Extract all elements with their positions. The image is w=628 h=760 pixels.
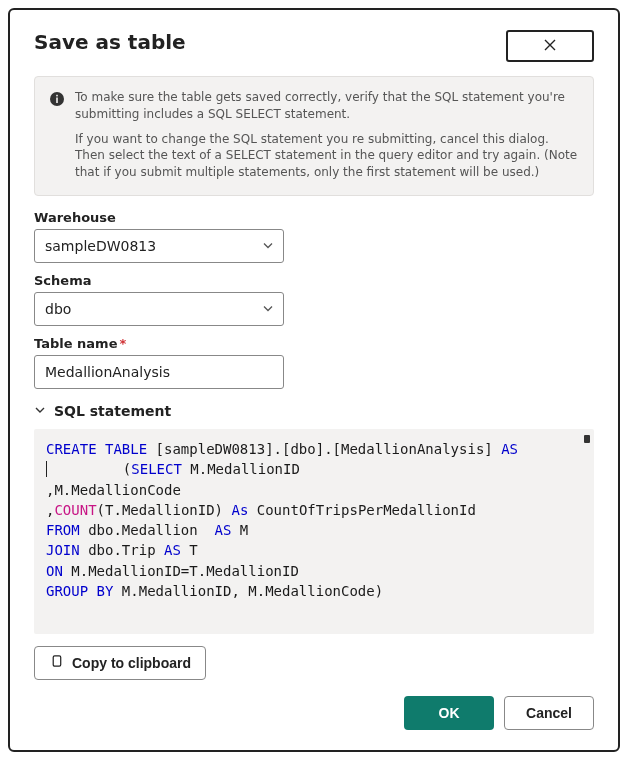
dialog-footer: OK Cancel [34,696,594,730]
sql-kw-create: CREATE TABLE [46,441,147,457]
svg-rect-3 [53,656,61,666]
scrollbar-indicator [584,435,590,443]
sql-statement-box[interactable]: CREATE TABLE [sampleDW0813].[dbo].[Medal… [34,429,594,634]
info-line-2: If you want to change the SQL statement … [75,131,579,181]
close-button[interactable] [506,30,594,62]
tablename-field: Table name* [34,336,594,389]
warehouse-label: Warehouse [34,210,594,225]
copy-to-clipboard-button[interactable]: Copy to clipboard [34,646,206,680]
info-text: To make sure the table gets saved correc… [75,89,579,181]
sql-section-label: SQL statement [54,403,171,419]
save-as-table-dialog: Save as table To make sure the table get… [8,8,620,752]
schema-field: Schema dbo [34,273,594,326]
dialog-header: Save as table [34,30,594,62]
ok-button[interactable]: OK [404,696,494,730]
svg-rect-1 [56,98,58,104]
info-box: To make sure the table gets saved correc… [34,76,594,196]
chevron-down-icon [34,403,46,419]
copy-label: Copy to clipboard [72,655,191,671]
required-asterisk: * [119,336,126,351]
schema-label: Schema [34,273,594,288]
warehouse-value: sampleDW0813 [45,238,156,254]
tablename-label: Table name* [34,336,594,351]
tablename-input[interactable] [34,355,284,389]
info-line-1: To make sure the table gets saved correc… [75,89,579,123]
dialog-title: Save as table [34,30,186,54]
cancel-button[interactable]: Cancel [504,696,594,730]
warehouse-field: Warehouse sampleDW0813 [34,210,594,263]
warehouse-select[interactable]: sampleDW0813 [34,229,284,263]
close-icon [542,37,558,56]
sql-section-toggle[interactable]: SQL statement [34,403,594,419]
schema-select[interactable]: dbo [34,292,284,326]
schema-value: dbo [45,301,71,317]
svg-rect-2 [56,95,58,97]
info-icon [49,91,65,181]
copy-icon [49,654,64,672]
